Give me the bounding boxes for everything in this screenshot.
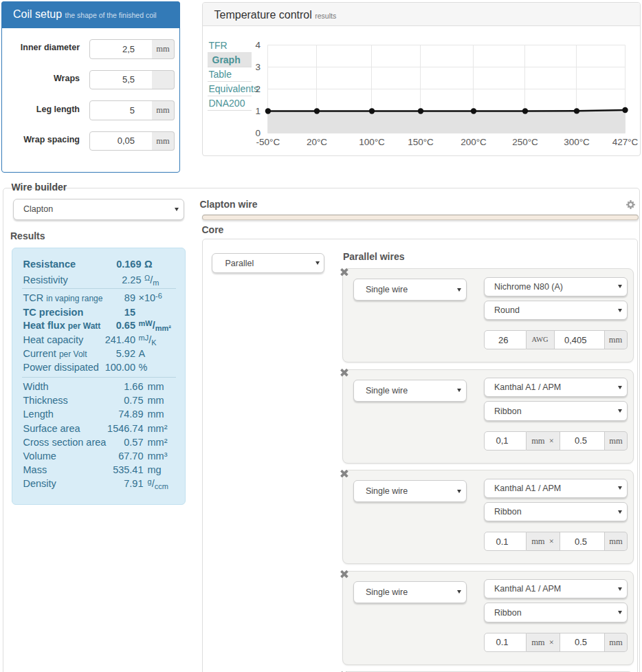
svg-text:3: 3 [255,62,261,72]
svg-text:250°C: 250°C [512,137,538,147]
svg-text:100°C: 100°C [359,137,385,147]
svg-text:4: 4 [255,40,261,50]
svg-text:1: 1 [255,106,261,116]
svg-text:-50°C: -50°C [256,137,280,147]
svg-text:427°C: 427°C [612,137,639,147]
svg-text:2: 2 [255,84,261,94]
svg-text:20°C: 20°C [307,137,327,147]
svg-text:300°C: 300°C [564,137,590,147]
svg-text:200°C: 200°C [461,137,487,147]
svg-text:150°C: 150°C [408,137,434,147]
